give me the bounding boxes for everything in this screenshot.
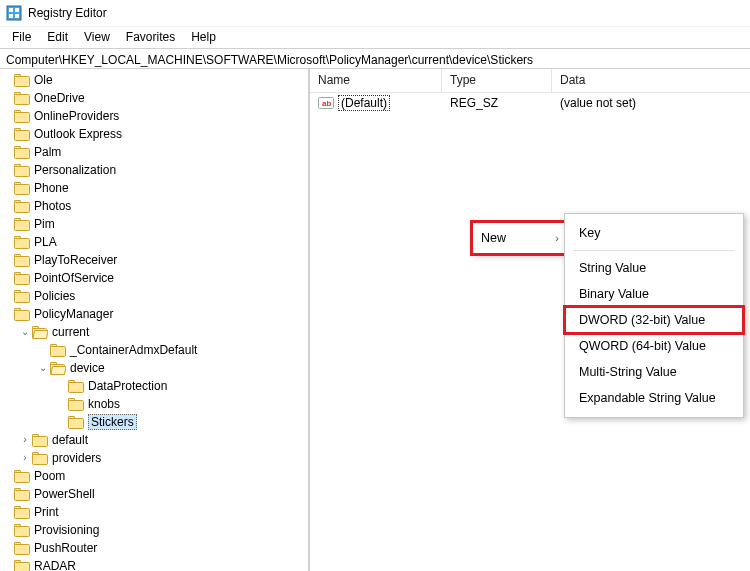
tree-label: Photos xyxy=(34,199,71,213)
chevron-right-icon: › xyxy=(555,232,559,244)
col-data[interactable]: Data xyxy=(552,69,750,92)
value-name-cell: ab (Default) xyxy=(310,95,442,111)
svg-rect-24 xyxy=(15,238,30,248)
menu-edit[interactable]: Edit xyxy=(39,28,76,46)
tree-label: PolicyManager xyxy=(34,307,113,321)
tree-item[interactable]: OneDrive xyxy=(0,89,308,107)
tree-item[interactable]: PowerShell xyxy=(0,485,308,503)
tree-item[interactable]: Photos xyxy=(0,197,308,215)
svg-rect-32 xyxy=(15,310,30,320)
svg-rect-60 xyxy=(15,544,30,554)
folder-icon xyxy=(14,469,30,483)
tree-item[interactable]: Poom xyxy=(0,467,308,485)
folder-icon xyxy=(14,127,30,141)
svg-text:ab: ab xyxy=(322,99,331,108)
ctx-sub-item-label: QWORD (64-bit) Value xyxy=(579,339,706,353)
tree-item[interactable]: PushRouter xyxy=(0,539,308,557)
tree-item[interactable]: Outlook Express xyxy=(0,125,308,143)
tree-label: _ContainerAdmxDefault xyxy=(70,343,197,357)
chevron-right-icon[interactable]: › xyxy=(18,452,32,463)
tree-item[interactable]: Ole xyxy=(0,71,308,89)
tree-label: Pim xyxy=(34,217,55,231)
tree-label: default xyxy=(52,433,88,447)
tree-item[interactable]: Print xyxy=(0,503,308,521)
regedit-app-icon xyxy=(6,5,22,21)
tree-item[interactable]: RADAR xyxy=(0,557,308,571)
folder-icon xyxy=(14,73,30,87)
tree-pane[interactable]: OleOneDriveOnlineProvidersOutlook Expres… xyxy=(0,69,310,571)
tree-label: knobs xyxy=(88,397,120,411)
menu-favorites[interactable]: Favorites xyxy=(118,28,183,46)
ctx-sub-item[interactable]: Key xyxy=(565,220,743,246)
svg-rect-44 xyxy=(69,400,84,410)
tree-item[interactable]: ⌄current xyxy=(0,323,308,341)
context-menu-new[interactable]: New › xyxy=(472,222,568,254)
context-submenu-new[interactable]: KeyString ValueBinary ValueDWORD (32-bit… xyxy=(564,213,744,418)
tree-item[interactable]: Palm xyxy=(0,143,308,161)
folder-icon xyxy=(14,253,30,267)
tree-label: Outlook Express xyxy=(34,127,122,141)
tree-item[interactable]: Provisioning xyxy=(0,521,308,539)
svg-rect-46 xyxy=(69,418,84,428)
ctx-sub-item[interactable]: Multi-String Value xyxy=(565,359,743,385)
tree-item[interactable]: DataProtection xyxy=(0,377,308,395)
chevron-right-icon[interactable]: › xyxy=(18,434,32,445)
window-title: Registry Editor xyxy=(28,6,107,20)
tree-item[interactable]: Policies xyxy=(0,287,308,305)
folder-icon xyxy=(14,289,30,303)
tree-item[interactable]: _ContainerAdmxDefault xyxy=(0,341,308,359)
menu-help[interactable]: Help xyxy=(183,28,224,46)
ctx-sub-item-label: Multi-String Value xyxy=(579,365,677,379)
ctx-sub-item[interactable]: QWORD (64-bit) Value xyxy=(565,333,743,359)
tree-item[interactable]: PointOfService xyxy=(0,269,308,287)
folder-icon xyxy=(14,163,30,177)
ctx-sub-item[interactable]: Binary Value xyxy=(565,281,743,307)
ctx-sub-item-label: Binary Value xyxy=(579,287,649,301)
tree-label: device xyxy=(70,361,105,375)
tree-label: PLA xyxy=(34,235,57,249)
list-row[interactable]: ab (Default) REG_SZ (value not set) xyxy=(310,93,750,113)
tree-item[interactable]: PolicyManager xyxy=(0,305,308,323)
tree-label: Provisioning xyxy=(34,523,99,537)
tree-item[interactable]: OnlineProviders xyxy=(0,107,308,125)
col-name[interactable]: Name xyxy=(310,69,442,92)
folder-icon xyxy=(14,541,30,555)
ctx-sub-item[interactable]: DWORD (32-bit) Value xyxy=(565,307,743,333)
ctx-sub-item[interactable]: String Value xyxy=(565,255,743,281)
tree-label: Policies xyxy=(34,289,75,303)
tree-item[interactable]: knobs xyxy=(0,395,308,413)
tree-item[interactable]: Pim xyxy=(0,215,308,233)
tree-label: Palm xyxy=(34,145,61,159)
folder-icon xyxy=(14,199,30,213)
folder-icon xyxy=(32,451,48,465)
ctx-sub-item[interactable]: Expandable String Value xyxy=(565,385,743,411)
chevron-down-icon[interactable]: ⌄ xyxy=(18,326,32,337)
svg-rect-3 xyxy=(9,14,13,18)
tree-item[interactable]: Stickers xyxy=(0,413,308,431)
chevron-down-icon[interactable]: ⌄ xyxy=(36,362,50,373)
tree-item[interactable]: ›default xyxy=(0,431,308,449)
svg-rect-52 xyxy=(15,472,30,482)
svg-rect-10 xyxy=(15,112,30,122)
tree-item[interactable]: Phone xyxy=(0,179,308,197)
ctx-new-item[interactable]: New › xyxy=(473,223,567,253)
string-value-icon: ab xyxy=(318,95,334,111)
tree-item[interactable]: ›providers xyxy=(0,449,308,467)
menu-file[interactable]: File xyxy=(4,28,39,46)
tree-label: PointOfService xyxy=(34,271,114,285)
col-type[interactable]: Type xyxy=(442,69,552,92)
tree-item[interactable]: PLA xyxy=(0,233,308,251)
tree-label: PushRouter xyxy=(34,541,97,555)
tree-label: OneDrive xyxy=(34,91,85,105)
menu-view[interactable]: View xyxy=(76,28,118,46)
ctx-sub-item-label: DWORD (32-bit) Value xyxy=(579,313,705,327)
svg-rect-14 xyxy=(15,148,30,158)
address-bar[interactable]: Computer\HKEY_LOCAL_MACHINE\SOFTWARE\Mic… xyxy=(0,48,750,69)
tree-item[interactable]: ⌄device xyxy=(0,359,308,377)
tree-item[interactable]: Personalization xyxy=(0,161,308,179)
tree-item[interactable]: PlayToReceiver xyxy=(0,251,308,269)
svg-rect-6 xyxy=(15,76,30,86)
folder-icon xyxy=(14,505,30,519)
svg-marker-35 xyxy=(33,330,48,338)
svg-rect-18 xyxy=(15,184,30,194)
